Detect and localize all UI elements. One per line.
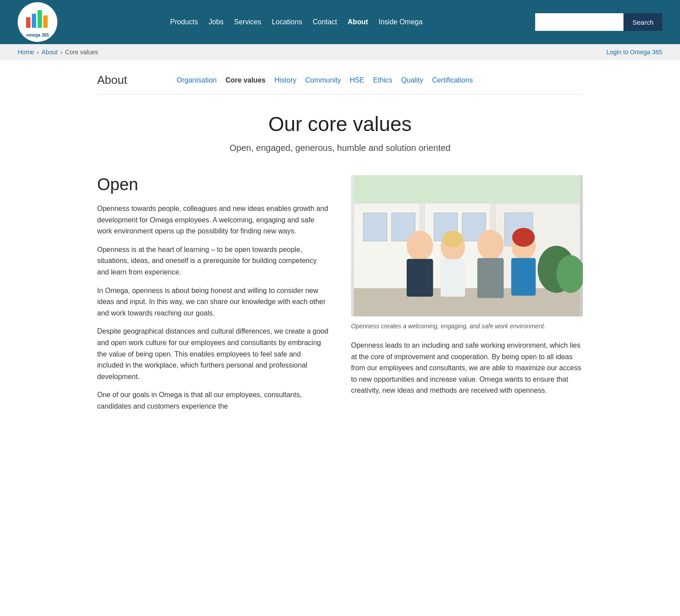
about-title: About	[97, 73, 150, 87]
nav-services[interactable]: Services	[234, 18, 261, 26]
page-hero: Our core values Open, engaged, generous,…	[97, 112, 583, 153]
svg-rect-23	[477, 258, 504, 298]
about-header: About Organisation Core values History C…	[97, 73, 583, 94]
main-nav: Products Jobs Services Locations Contact…	[57, 18, 535, 26]
svg-rect-26	[511, 258, 536, 296]
breadcrumb-sep-1: ›	[37, 49, 39, 56]
open-para-3: In Omega, openness is about being honest…	[97, 285, 329, 319]
svg-rect-2	[38, 10, 42, 28]
open-para-2: Openness is at the heart of learning – t…	[97, 244, 329, 278]
svg-point-24	[480, 232, 501, 256]
subnav-history[interactable]: History	[274, 76, 296, 84]
svg-rect-9	[363, 213, 387, 241]
breadcrumb: Home › About › Core values	[18, 49, 98, 56]
nav-products[interactable]: Products	[170, 18, 198, 26]
logo-area: omega 365	[18, 2, 57, 42]
svg-point-28	[512, 228, 535, 247]
page-title: Our core values	[97, 112, 583, 136]
search-input[interactable]	[535, 13, 623, 31]
search-button[interactable]: Search	[623, 13, 662, 31]
svg-rect-19	[441, 259, 465, 297]
login-link[interactable]: Login to Omega 365	[606, 49, 662, 56]
nav-jobs[interactable]: Jobs	[209, 18, 224, 26]
photo-caption: Openness creates a welcoming, engaging, …	[351, 322, 583, 331]
svg-rect-1	[32, 14, 36, 28]
svg-rect-3	[43, 15, 48, 28]
subnav-quality[interactable]: Quality	[401, 76, 423, 84]
value-right-text: Openness leads to an including and safe …	[351, 340, 583, 396]
logo[interactable]: omega 365	[18, 2, 57, 42]
team-photo	[351, 175, 583, 316]
page-subtitle: Open, engaged, generous, humble and solu…	[97, 143, 583, 153]
about-subnav: Organisation Core values History Communi…	[177, 76, 473, 84]
svg-point-21	[442, 231, 463, 248]
nav-inside-omega[interactable]: Inside Omega	[379, 18, 423, 26]
subnav-certifications[interactable]: Certifications	[432, 76, 472, 84]
search-area: Search	[535, 13, 662, 31]
subnav-hse[interactable]: HSE	[350, 76, 364, 84]
breadcrumb-about[interactable]: About	[42, 49, 58, 56]
page-content: Our core values Open, engaged, generous,…	[88, 94, 592, 437]
breadcrumb-current: Core values	[65, 49, 98, 56]
breadcrumb-sep-2: ›	[60, 49, 63, 56]
subnav-core-values[interactable]: Core values	[226, 76, 266, 84]
svg-rect-14	[354, 288, 580, 316]
svg-point-17	[409, 233, 430, 256]
right-paragraph: Openness leads to an including and safe …	[351, 340, 583, 396]
breadcrumb-home[interactable]: Home	[18, 49, 34, 56]
open-heading: Open	[97, 175, 329, 194]
open-para-1: Openness towards people, colleagues and …	[97, 203, 329, 237]
logo-text: omega 365	[26, 33, 49, 38]
top-header: omega 365 Products Jobs Services Locatio…	[0, 0, 680, 44]
open-para-4: Despite geographical distances and cultu…	[97, 326, 329, 382]
subnav-community[interactable]: Community	[305, 76, 341, 84]
subnav-ethics[interactable]: Ethics	[373, 76, 393, 84]
nav-contact[interactable]: Contact	[313, 18, 337, 26]
about-section: About Organisation Core values History C…	[88, 60, 592, 94]
open-para-5: One of our goals in Omega is that all ou…	[97, 389, 329, 412]
nav-about[interactable]: About	[348, 18, 368, 26]
breadcrumb-bar: Home › About › Core values Login to Omeg…	[0, 44, 680, 60]
svg-rect-0	[26, 17, 30, 28]
subnav-organisation[interactable]: Organisation	[177, 76, 217, 84]
value-right: Openness creates a welcoming, engaging, …	[351, 175, 583, 403]
nav-locations[interactable]: Locations	[272, 18, 302, 26]
value-left: Open Openness towards people, colleagues…	[97, 175, 329, 419]
svg-rect-16	[407, 259, 433, 297]
value-section-open: Open Openness towards people, colleagues…	[97, 175, 583, 419]
